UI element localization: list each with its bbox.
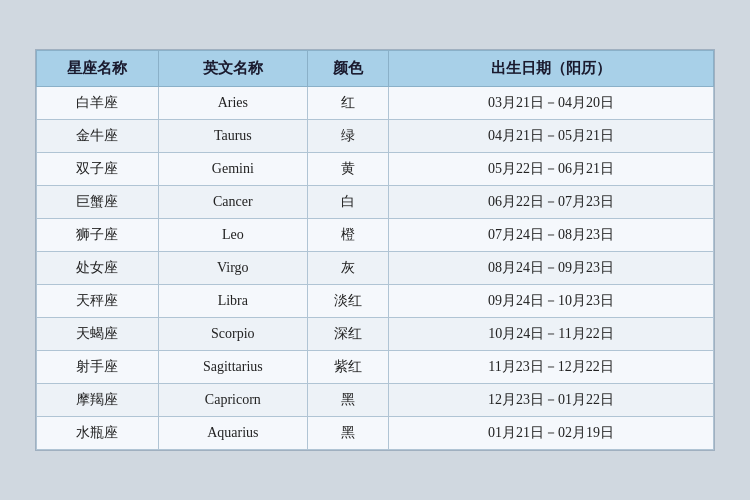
table-row: 处女座Virgo灰08月24日－09月23日 bbox=[37, 252, 714, 285]
header-date: 出生日期（阳历） bbox=[389, 51, 714, 87]
cell-english: Taurus bbox=[158, 120, 307, 153]
cell-date: 11月23日－12月22日 bbox=[389, 351, 714, 384]
table-row: 巨蟹座Cancer白06月22日－07月23日 bbox=[37, 186, 714, 219]
cell-chinese: 巨蟹座 bbox=[37, 186, 159, 219]
cell-chinese: 处女座 bbox=[37, 252, 159, 285]
cell-color: 黑 bbox=[307, 417, 388, 450]
cell-english: Virgo bbox=[158, 252, 307, 285]
cell-color: 红 bbox=[307, 87, 388, 120]
table-row: 射手座Sagittarius紫红11月23日－12月22日 bbox=[37, 351, 714, 384]
zodiac-table-container: 星座名称 英文名称 颜色 出生日期（阳历） 白羊座Aries红03月21日－04… bbox=[35, 49, 715, 451]
table-row: 双子座Gemini黄05月22日－06月21日 bbox=[37, 153, 714, 186]
cell-chinese: 天蝎座 bbox=[37, 318, 159, 351]
cell-date: 09月24日－10月23日 bbox=[389, 285, 714, 318]
cell-date: 07月24日－08月23日 bbox=[389, 219, 714, 252]
cell-color: 黄 bbox=[307, 153, 388, 186]
cell-color: 绿 bbox=[307, 120, 388, 153]
cell-date: 12月23日－01月22日 bbox=[389, 384, 714, 417]
cell-chinese: 狮子座 bbox=[37, 219, 159, 252]
cell-english: Cancer bbox=[158, 186, 307, 219]
table-row: 金牛座Taurus绿04月21日－05月21日 bbox=[37, 120, 714, 153]
cell-color: 淡红 bbox=[307, 285, 388, 318]
cell-color: 黑 bbox=[307, 384, 388, 417]
cell-chinese: 双子座 bbox=[37, 153, 159, 186]
cell-english: Scorpio bbox=[158, 318, 307, 351]
cell-english: Capricorn bbox=[158, 384, 307, 417]
cell-date: 05月22日－06月21日 bbox=[389, 153, 714, 186]
zodiac-table: 星座名称 英文名称 颜色 出生日期（阳历） 白羊座Aries红03月21日－04… bbox=[36, 50, 714, 450]
table-row: 水瓶座Aquarius黑01月21日－02月19日 bbox=[37, 417, 714, 450]
header-english: 英文名称 bbox=[158, 51, 307, 87]
cell-english: Aquarius bbox=[158, 417, 307, 450]
cell-english: Gemini bbox=[158, 153, 307, 186]
table-row: 狮子座Leo橙07月24日－08月23日 bbox=[37, 219, 714, 252]
cell-chinese: 白羊座 bbox=[37, 87, 159, 120]
table-row: 白羊座Aries红03月21日－04月20日 bbox=[37, 87, 714, 120]
cell-date: 06月22日－07月23日 bbox=[389, 186, 714, 219]
cell-color: 深红 bbox=[307, 318, 388, 351]
cell-english: Aries bbox=[158, 87, 307, 120]
cell-english: Sagittarius bbox=[158, 351, 307, 384]
cell-color: 灰 bbox=[307, 252, 388, 285]
cell-date: 08月24日－09月23日 bbox=[389, 252, 714, 285]
cell-chinese: 射手座 bbox=[37, 351, 159, 384]
cell-color: 橙 bbox=[307, 219, 388, 252]
cell-date: 10月24日－11月22日 bbox=[389, 318, 714, 351]
table-header-row: 星座名称 英文名称 颜色 出生日期（阳历） bbox=[37, 51, 714, 87]
table-row: 摩羯座Capricorn黑12月23日－01月22日 bbox=[37, 384, 714, 417]
cell-english: Libra bbox=[158, 285, 307, 318]
cell-chinese: 摩羯座 bbox=[37, 384, 159, 417]
cell-color: 紫红 bbox=[307, 351, 388, 384]
cell-chinese: 天秤座 bbox=[37, 285, 159, 318]
cell-chinese: 水瓶座 bbox=[37, 417, 159, 450]
cell-chinese: 金牛座 bbox=[37, 120, 159, 153]
cell-english: Leo bbox=[158, 219, 307, 252]
cell-color: 白 bbox=[307, 186, 388, 219]
cell-date: 01月21日－02月19日 bbox=[389, 417, 714, 450]
header-chinese: 星座名称 bbox=[37, 51, 159, 87]
cell-date: 04月21日－05月21日 bbox=[389, 120, 714, 153]
table-body: 白羊座Aries红03月21日－04月20日金牛座Taurus绿04月21日－0… bbox=[37, 87, 714, 450]
table-row: 天秤座Libra淡红09月24日－10月23日 bbox=[37, 285, 714, 318]
cell-date: 03月21日－04月20日 bbox=[389, 87, 714, 120]
table-row: 天蝎座Scorpio深红10月24日－11月22日 bbox=[37, 318, 714, 351]
header-color: 颜色 bbox=[307, 51, 388, 87]
